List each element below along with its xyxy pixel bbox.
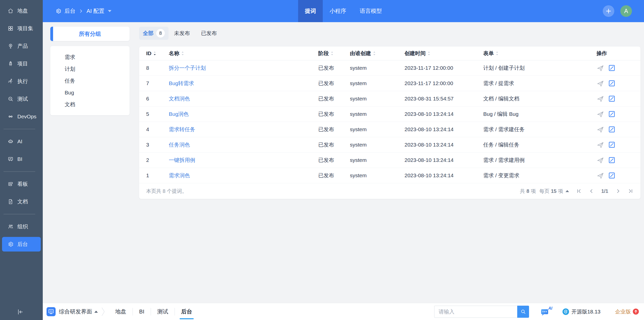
sidebar-item-doc[interactable]: 文档 — [0, 193, 43, 210]
publish-button[interactable] — [596, 172, 604, 180]
group-item-task[interactable]: 任务 — [50, 75, 130, 87]
column-header-id[interactable]: ID — [139, 50, 169, 56]
tab-language-model[interactable]: 语言模型 — [353, 0, 389, 22]
prompt-name-link[interactable]: Bug润色 — [169, 111, 189, 117]
prompt-name-link[interactable]: 需求转任务 — [169, 126, 195, 132]
table-row: 1 需求润色 已发布 system 2023-08-10 13:24:14 需求… — [139, 168, 640, 183]
publish-button[interactable] — [596, 126, 604, 133]
rocket-icon — [8, 61, 14, 67]
sidebar-item-kanban[interactable]: 看板 — [0, 175, 43, 193]
sidebar-item-devops[interactable]: DevOps — [0, 108, 43, 125]
breadcrumb-section[interactable]: 后台 — [64, 7, 75, 15]
edit-button[interactable] — [608, 111, 615, 118]
sidebar-divider — [4, 171, 35, 172]
edit-button[interactable] — [608, 141, 615, 148]
table-row: 8 拆分一个子计划 已发布 system 2023-11-17 12:00:00… — [139, 60, 640, 76]
edit-button[interactable] — [608, 95, 615, 102]
prompt-name-link[interactable]: 文档润色 — [169, 96, 190, 101]
first-page-button[interactable] — [576, 188, 582, 194]
column-header-name[interactable]: 名称 — [169, 50, 318, 57]
all-groups-header[interactable]: 所有分组 — [50, 27, 130, 41]
app-switcher-icon-button[interactable] — [47, 307, 56, 316]
runner-icon — [8, 78, 14, 84]
next-page-button[interactable] — [615, 188, 621, 194]
search-button[interactable] — [517, 306, 529, 318]
brand-area[interactable]: 开源版18.13 — [562, 308, 600, 315]
edition-upgrade-link[interactable]: 企业版 — [615, 308, 639, 315]
dropdown-caret-icon[interactable] — [108, 10, 111, 12]
sort-icon — [373, 51, 376, 56]
tab-prompt[interactable]: 提词 — [298, 0, 323, 22]
filter-all[interactable]: 全部 8 — [139, 27, 169, 40]
publish-button[interactable] — [596, 80, 604, 87]
ai-chat-button[interactable]: AI — [541, 306, 552, 317]
group-item-story[interactable]: 需求 — [50, 51, 130, 63]
prompt-form: Bug / 编辑 Bug — [483, 111, 596, 118]
prompt-name-link[interactable]: 一键拆用例 — [169, 157, 195, 163]
prompt-name-link[interactable]: 拆分一个子计划 — [169, 65, 206, 71]
footer-nav-admin[interactable]: 后台 — [175, 303, 198, 320]
last-page-button[interactable] — [628, 188, 633, 194]
footer-nav-home[interactable]: 地盘 — [109, 303, 133, 320]
paper-plane-icon — [596, 126, 604, 133]
group-panel: 所有分组 需求 计划 任务 Bug 文档 — [50, 27, 130, 303]
prev-page-button[interactable] — [589, 188, 594, 194]
group-item-bug[interactable]: Bug — [50, 87, 130, 98]
prompt-form: 任务 / 编辑任务 — [483, 141, 596, 148]
paper-plane-icon — [596, 110, 604, 118]
bottom-bar: 综合研发界面 地盘 BI 测试 后台 — [43, 303, 644, 320]
prompt-name-link[interactable]: 需求润色 — [169, 172, 190, 178]
edit-button[interactable] — [608, 80, 615, 87]
sidebar-item-bi[interactable]: BI — [0, 150, 43, 168]
create-button[interactable] — [603, 5, 614, 17]
prompt-name-link[interactable]: Bug转需求 — [169, 80, 194, 86]
upgrade-badge-icon — [633, 308, 639, 315]
publish-button[interactable] — [596, 64, 604, 72]
prompt-created: 2023-08-10 13:24:14 — [405, 172, 483, 179]
group-item-doc[interactable]: 文档 — [50, 98, 130, 110]
column-header-stage[interactable]: 阶段 — [318, 50, 350, 57]
publish-button[interactable] — [596, 110, 604, 118]
sidebar-item-organization[interactable]: 组织 — [0, 218, 43, 235]
tab-miniprogram[interactable]: 小程序 — [323, 0, 353, 22]
publish-button[interactable] — [596, 156, 604, 164]
prompt-stage: 已发布 — [318, 95, 350, 102]
edit-button[interactable] — [608, 172, 615, 179]
sidebar-collapse-button[interactable] — [16, 308, 24, 316]
sidebar-item-execution[interactable]: 执行 — [0, 73, 43, 90]
user-avatar[interactable]: A — [620, 5, 632, 17]
edit-button[interactable] — [608, 126, 615, 133]
paper-plane-icon — [596, 64, 604, 72]
column-header-form[interactable]: 表单 — [483, 50, 596, 57]
publish-button[interactable] — [596, 141, 604, 149]
page-indicator: 1/1 — [601, 188, 608, 194]
sidebar-item-product[interactable]: 产品 — [0, 37, 43, 55]
sidebar-item-ai[interactable]: AI — [0, 133, 43, 150]
paper-plane-icon — [596, 80, 604, 87]
sidebar-item-project[interactable]: 项目 — [0, 55, 43, 73]
footer-nav-qa[interactable]: 测试 — [151, 303, 175, 320]
top-tab-bar: 提词 小程序 语言模型 — [298, 0, 389, 22]
group-item-plan[interactable]: 计划 — [50, 63, 130, 75]
publish-button[interactable] — [596, 95, 604, 103]
column-header-creator[interactable]: 由谁创建 — [350, 50, 405, 57]
sidebar-item-admin[interactable]: 后台 — [2, 237, 41, 252]
prompt-name-link[interactable]: 任务润色 — [169, 142, 190, 148]
sidebar-item-label: DevOps — [17, 114, 36, 120]
gear-icon — [55, 8, 61, 14]
grid-icon — [8, 25, 14, 31]
search-input[interactable] — [434, 306, 517, 318]
sidebar-item-qa[interactable]: 测试 — [0, 90, 43, 108]
sidebar-item-home[interactable]: 地盘 — [0, 2, 43, 20]
workspace-switcher[interactable]: 综合研发界面 — [59, 308, 98, 315]
footer-nav-bi[interactable]: BI — [133, 303, 151, 320]
prompt-created: 2023-08-31 15:54:57 — [405, 96, 483, 102]
column-header-created[interactable]: 创建时间 — [405, 50, 483, 57]
sidebar-item-program[interactable]: 项目集 — [0, 20, 43, 37]
per-page-select[interactable] — [566, 190, 569, 192]
breadcrumb-current[interactable]: AI 配置 — [87, 7, 104, 15]
filter-published[interactable]: 已发布 — [195, 30, 222, 37]
edit-button[interactable] — [608, 157, 615, 164]
filter-unpublished[interactable]: 未发布 — [169, 30, 195, 37]
edit-button[interactable] — [608, 64, 615, 72]
